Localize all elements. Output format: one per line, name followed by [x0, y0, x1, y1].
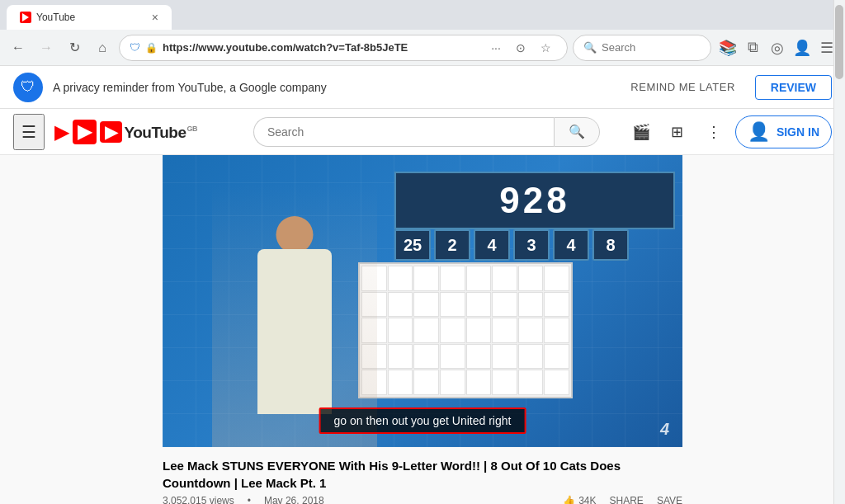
- video-title: Lee Mack STUNS EVERYONE With His 9-Lette…: [163, 457, 682, 492]
- scrollbar-thumb[interactable]: [835, 5, 843, 79]
- sign-in-label: SIGN IN: [777, 125, 819, 139]
- back-button[interactable]: ←: [7, 36, 30, 59]
- youtube-search-bar: 🔍: [253, 117, 600, 147]
- board-number-row: 25 2 4 3 4 8: [394, 229, 675, 261]
- youtube-header: ☰ ▶ ▶ ▶YouTubeGB 🔍 🎬 ⊞ ⋮ 👤 SIGN IN: [0, 109, 845, 155]
- privacy-banner-text: A privacy reminder from YouTube, a Googl…: [53, 81, 630, 94]
- youtube-play-icon: ▶: [73, 120, 97, 144]
- browser-tab[interactable]: YouTube ×: [7, 5, 172, 30]
- board-cell-5: 8: [592, 229, 629, 261]
- youtube-search-input[interactable]: [253, 117, 554, 147]
- browser-search-box[interactable]: 🔍: [573, 35, 711, 61]
- sign-in-button[interactable]: 👤 SIGN IN: [735, 115, 832, 148]
- board-cell-2: 4: [474, 229, 510, 261]
- sign-in-icon: 👤: [748, 121, 770, 143]
- youtube-header-right: 🎬 ⊞ ⋮ 👤 SIGN IN: [626, 115, 832, 148]
- privacy-shield-icon: 🛡: [13, 73, 43, 102]
- hamburger-menu-button[interactable]: ☰: [13, 114, 45, 150]
- youtube-logo-icon: ▶: [54, 120, 69, 144]
- security-shield-icon: 🛡: [130, 41, 140, 54]
- video-background: 928 25 2 4 3 4 8: [163, 155, 682, 447]
- home-button[interactable]: ⌂: [91, 36, 114, 59]
- board-cell-4: 4: [553, 229, 589, 261]
- white-letter-board: [358, 262, 573, 398]
- star-bookmark-icon[interactable]: ☆: [534, 36, 557, 59]
- video-info: Lee Mack STUNS EVERYONE With His 9-Lette…: [163, 447, 682, 504]
- browser-search-icon: 🔍: [583, 41, 597, 54]
- youtube-logo-text: ▶YouTubeGB: [100, 121, 197, 143]
- browser-search-input[interactable]: [602, 41, 701, 54]
- navigation-bar: ← → ↻ ⌂ 🛡 🔒 https://www.youtube.com/watc…: [0, 30, 845, 66]
- toolbar-icons: 📚 ⧉ ◎ 👤 ☰: [716, 36, 838, 59]
- create-video-button[interactable]: 🎬: [626, 117, 656, 147]
- bookmark-pocket-icon[interactable]: ⊙: [509, 36, 532, 59]
- thumbs-up-button[interactable]: 👍 34K: [563, 495, 596, 504]
- video-container: 928 25 2 4 3 4 8: [0, 155, 845, 504]
- countdown-board: 928 25 2 4 3 4 8: [394, 172, 675, 264]
- board-main-number: 928: [394, 172, 675, 229]
- lock-icon: 🔒: [145, 42, 158, 54]
- video-date: May 26, 2018: [264, 495, 324, 504]
- more-options-button[interactable]: ⋮: [699, 117, 729, 147]
- person-head: [276, 216, 314, 253]
- save-button[interactable]: SAVE: [657, 495, 682, 504]
- reload-button[interactable]: ↻: [63, 36, 86, 59]
- tab-bar: YouTube ×: [0, 0, 845, 30]
- channel4-logo: 4: [660, 420, 669, 439]
- video-meta: 3,052,015 views • May 26, 2018 👍 34K SHA…: [163, 495, 682, 504]
- address-bar[interactable]: 🛡 🔒 https://www.youtube.com/watch?v=Taf-…: [119, 35, 568, 61]
- more-options-button[interactable]: ···: [484, 36, 507, 59]
- separator: •: [248, 495, 251, 504]
- browser-window: YouTube × ← → ↻ ⌂ 🛡 🔒 https://www.youtub…: [0, 0, 845, 504]
- synced-tabs-icon[interactable]: ⧉: [741, 36, 764, 59]
- url-display: https://www.youtube.com/watch?v=Taf-8b5J…: [163, 41, 476, 54]
- profile-icon[interactable]: 👤: [791, 36, 814, 59]
- scrollbar[interactable]: [833, 0, 845, 504]
- container-icon[interactable]: ◎: [766, 36, 789, 59]
- review-button[interactable]: REVIEW: [755, 75, 832, 100]
- remind-later-button[interactable]: REMIND ME LATER: [630, 81, 734, 93]
- share-button[interactable]: SHARE: [610, 495, 644, 504]
- tab-close-button[interactable]: ×: [152, 11, 158, 24]
- youtube-logo[interactable]: ▶ ▶ ▶YouTubeGB: [54, 120, 197, 144]
- video-thumbnail[interactable]: 928 25 2 4 3 4 8: [163, 155, 682, 447]
- forward-button[interactable]: →: [35, 36, 58, 59]
- board-cell-0: 25: [394, 229, 431, 261]
- board-cell-1: 2: [434, 229, 470, 261]
- board-cell-3: 3: [513, 229, 550, 261]
- apps-grid-button[interactable]: ⊞: [663, 117, 692, 147]
- video-caption: go on then out you get United right: [319, 407, 526, 434]
- video-views: 3,052,015 views: [163, 495, 234, 504]
- address-bar-icons: ··· ⊙ ☆: [484, 36, 557, 59]
- tab-title: YouTube: [36, 12, 75, 23]
- bookmarks-icon[interactable]: 📚: [716, 36, 739, 59]
- privacy-actions: REMIND ME LATER REVIEW: [630, 75, 832, 100]
- youtube-search-button[interactable]: 🔍: [554, 117, 600, 147]
- privacy-banner: 🛡 A privacy reminder from YouTube, a Goo…: [0, 66, 845, 109]
- tab-favicon: [20, 12, 31, 23]
- youtube-app: ☰ ▶ ▶ ▶YouTubeGB 🔍 🎬 ⊞ ⋮ 👤 SIGN IN: [0, 109, 845, 504]
- person-body: [257, 249, 332, 414]
- video-actions: 👍 34K SHARE SAVE: [563, 495, 682, 504]
